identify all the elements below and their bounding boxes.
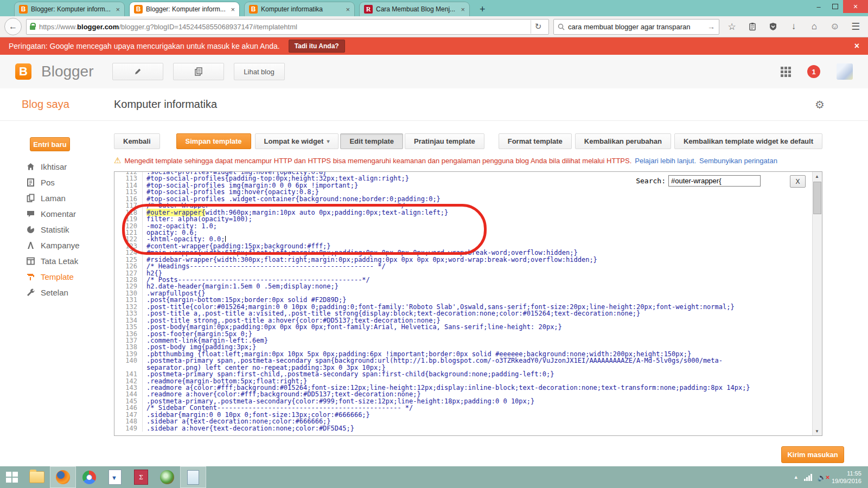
sidebar-item-ikhtisar[interactable]: Ikhtisar	[0, 159, 114, 175]
hidden-icons-arrow[interactable]: ▲	[794, 474, 799, 480]
jump-to-widget-button[interactable]: Lompat ke widget▾	[255, 133, 339, 149]
gear-icon[interactable]: ⚙	[815, 98, 825, 111]
main-panel: Kembali Simpan template Lompat ke widget…	[114, 121, 822, 436]
taskbar-stats-app-icon[interactable]: Σ	[128, 466, 154, 488]
home-icon[interactable]: ⌂	[806, 18, 822, 35]
scrollbar-thumb[interactable]	[813, 182, 821, 214]
revert-changes-button[interactable]: Kembalikan perubahan	[575, 133, 671, 149]
minimize-button[interactable]: –	[810, 0, 827, 13]
code-line: 119filter: alpha(opacity=100);	[114, 216, 813, 222]
sidebar-item-kampanye[interactable]: Kampanye	[0, 237, 114, 253]
sidebar-item-laman[interactable]: Laman	[0, 190, 114, 206]
post-list-button[interactable]	[173, 63, 224, 80]
reload-icon[interactable]: ↻	[531, 20, 545, 34]
notification-badge[interactable]: 1	[807, 65, 820, 78]
google-apps-icon[interactable]	[781, 67, 791, 77]
system-tray: ▲ 🔈✕ 11:55 19/09/2016	[794, 470, 868, 485]
security-warning-bar: Peringatan: Google mencegah upaya mencur…	[0, 37, 868, 55]
my-blog-label[interactable]: Blog saya	[0, 98, 114, 111]
preview-template-button[interactable]: Pratinjau template	[405, 133, 484, 149]
tab-blog-view[interactable]: B Komputer informatika ×	[244, 2, 355, 16]
edit-template-button[interactable]: Edit template	[340, 133, 403, 149]
window-controls: – ×	[810, 0, 868, 13]
clock-date: 19/09/2016	[832, 477, 861, 485]
sidebar-item-statistik[interactable]: Statistik	[0, 222, 114, 237]
restore-default-button[interactable]: Kembalikan template widget ke default	[674, 133, 822, 149]
taskbar-explorer-icon[interactable]	[24, 466, 50, 488]
start-button[interactable]	[0, 466, 24, 488]
taskbar-media-app-icon[interactable]	[154, 466, 180, 488]
taskbar-chrome-icon[interactable]	[76, 466, 102, 488]
blogger-logo-icon[interactable]: B	[15, 63, 31, 80]
search-bar[interactable]: cara membuat blogger agar transparan →	[553, 19, 719, 35]
post-icon	[26, 178, 35, 187]
back-button[interactable]: ←	[4, 18, 22, 35]
tab-blogger-2-active[interactable]: B Blogger: Komputer inform... ×	[129, 2, 240, 16]
scroll-down-icon[interactable]: ▼	[813, 427, 821, 435]
tab-close-icon[interactable]: ×	[231, 5, 235, 14]
sidebar-item-komentar[interactable]: Komentar	[0, 206, 114, 222]
code-line: 140.postmeta-primary span,.postmeta-seco…	[114, 357, 813, 364]
format-template-button[interactable]: Format template	[499, 133, 572, 149]
send-feedback-button[interactable]: Kirim masukan	[781, 446, 844, 463]
taskbar-document-app-icon[interactable]	[102, 466, 128, 488]
https-lock-icon[interactable]	[30, 25, 35, 30]
new-post-button[interactable]	[112, 63, 163, 80]
pages-icon	[26, 194, 35, 203]
windows-taskbar: Σ ▲ 🔈✕ 11:55 19/09/2016	[0, 466, 868, 488]
tab-close-icon[interactable]: ×	[461, 5, 465, 14]
menu-hamburger-icon[interactable]: ☰	[847, 18, 864, 35]
save-template-button[interactable]: Simpan template	[176, 133, 251, 149]
scroll-up-icon[interactable]: ▲	[813, 172, 821, 181]
network-icon[interactable]	[804, 474, 812, 481]
back-template-button[interactable]: Kembali	[114, 133, 160, 149]
sidebar-item-setelan[interactable]: Setelan	[0, 285, 114, 300]
sidebar-item-tata-letak[interactable]: Tata Letak	[0, 253, 114, 269]
editor-search-close-button[interactable]: X	[790, 175, 806, 188]
editor-scrollbar[interactable]: ▲ ▼	[812, 172, 822, 435]
bookmark-star-icon[interactable]: ☆	[724, 18, 740, 35]
tab-close-icon[interactable]: ×	[346, 5, 350, 14]
code-lines[interactable]: 112.social-profiles-widget img:hover{opa…	[114, 171, 813, 435]
code-line: 149.sidebar a:hover{text-decoration:none…	[114, 425, 813, 432]
pencil-icon	[133, 67, 142, 76]
tab-close-icon[interactable]: ×	[116, 5, 120, 14]
blogger-favicon-icon: B	[249, 5, 258, 14]
taskbar-firefox-icon[interactable]	[50, 466, 76, 488]
url-bar[interactable]: https://www.blogger.com/blogger.g?blogID…	[26, 19, 549, 35]
code-line: 124#main-wrapper{width:615px;float:left;…	[114, 249, 813, 256]
avatar[interactable]	[837, 63, 853, 80]
search-query[interactable]: cara membuat blogger agar transparan	[568, 23, 704, 31]
page-header: Blog saya Komputer informatika ⚙	[0, 88, 868, 121]
close-button[interactable]: ×	[843, 0, 868, 13]
warning-close-icon[interactable]: ×	[854, 41, 859, 51]
hello-smiley-icon[interactable]: ☺	[827, 18, 843, 35]
sidebar-item-template[interactable]: Template	[0, 269, 114, 285]
volume-muted-icon[interactable]: 🔈✕	[818, 473, 826, 481]
new-tab-button[interactable]: +	[474, 4, 491, 16]
tab-cara-membuat[interactable]: R Cara Membuat Blog Menj... ×	[359, 2, 470, 16]
url-text[interactable]: https://www.blogger.com/blogger.g?blogID…	[39, 23, 527, 31]
editor-search-input[interactable]	[668, 175, 761, 187]
pocket-shield-icon[interactable]	[765, 18, 781, 35]
tab-blogger-1[interactable]: B Blogger: Komputer inform... ×	[14, 2, 125, 16]
search-go-icon[interactable]: →	[707, 22, 715, 31]
browser-tab-bar: B Blogger: Komputer inform... × B Blogge…	[0, 0, 868, 16]
template-code-editor[interactable]: 112.social-profiles-widget img:hover{opa…	[114, 171, 822, 436]
was-it-you-button[interactable]: Tadi itu Anda?	[289, 40, 345, 53]
view-blog-button[interactable]: Lihat blog	[234, 63, 285, 80]
hide-warning-link[interactable]: Sembunyikan peringatan	[699, 157, 777, 165]
editor-search-label: Search:	[636, 177, 666, 185]
text-caret	[225, 236, 226, 242]
taskbar-notepad-icon[interactable]	[180, 466, 206, 488]
code-line: 117/* Outer Wrapper---------------------…	[114, 202, 813, 209]
learn-more-link[interactable]: Pelajari lebih lanjut.	[635, 157, 696, 165]
sidebar-item-pos[interactable]: Pos	[0, 175, 114, 190]
toolbar-right: Format template Kembalikan perubahan Kem…	[499, 133, 822, 149]
new-entry-button[interactable]: Entri baru	[30, 137, 70, 151]
taskbar-clock[interactable]: 11:55 19/09/2016	[832, 470, 861, 485]
code-line: 129h2.date-header{margin:1.5em 0 .5em;di…	[114, 283, 813, 290]
maximize-button[interactable]	[827, 0, 843, 13]
clipboard-icon[interactable]	[744, 18, 761, 35]
downloads-icon[interactable]: ↓	[786, 18, 802, 35]
